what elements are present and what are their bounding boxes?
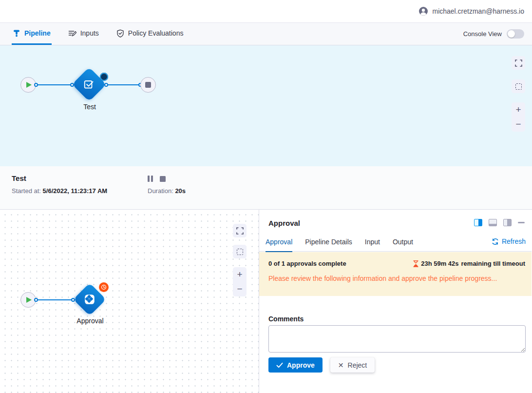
abort-button[interactable] <box>160 176 166 182</box>
duration-value: 20s <box>175 187 186 195</box>
pause-button[interactable] <box>148 176 153 182</box>
clock-icon <box>101 284 107 290</box>
test-running-badge <box>100 73 108 81</box>
execution-nav: Pipeline Inputs Policy Evaluations Conso… <box>0 23 532 45</box>
approve-button[interactable]: Approve <box>268 357 323 373</box>
edge-dot <box>34 83 38 87</box>
approvals-count-text: 0 of 1 approvals complete <box>268 260 346 267</box>
details-panel-title: Approval <box>268 219 300 227</box>
layout-bottom-split-button[interactable] <box>489 219 497 226</box>
zoom-in-button[interactable]: + <box>233 267 247 282</box>
edge-start-to-test <box>36 84 72 85</box>
stop-icon <box>145 82 151 88</box>
user-menu[interactable]: michael.cretzman@harness.io <box>418 6 524 16</box>
play-icon <box>26 297 32 303</box>
approval-banner: 0 of 1 approvals complete 23h 59m 42s re… <box>259 252 532 296</box>
test-stage-node[interactable] <box>72 67 107 102</box>
marquee-select-button[interactable] <box>233 245 247 258</box>
reject-button[interactable]: ✕ Reject <box>330 357 375 373</box>
fit-to-screen-button[interactable] <box>512 56 525 70</box>
minimize-panel-button[interactable] <box>518 222 525 223</box>
zoom-controls: + − <box>233 267 247 296</box>
user-avatar-icon <box>418 6 428 16</box>
step-details-panel: Approval Approval Pipeline Details Input… <box>259 210 532 393</box>
approval-message: Please review the following information … <box>268 275 525 282</box>
pipeline-end-node[interactable] <box>140 77 156 93</box>
zoom-out-button[interactable]: − <box>512 117 525 132</box>
fullscreen-icon <box>236 227 244 235</box>
toggle-knob <box>508 30 515 38</box>
tab-policy-evaluations[interactable]: Policy Evaluations <box>115 23 185 45</box>
tab-pipeline-details[interactable]: Pipeline Details <box>305 235 352 252</box>
console-view-toggle[interactable] <box>507 29 524 39</box>
reject-label: Reject <box>348 361 367 369</box>
inputs-icon <box>68 29 76 37</box>
pipeline-icon <box>13 29 20 37</box>
fit-to-screen-button[interactable] <box>233 224 247 237</box>
approve-label: Approve <box>287 361 315 369</box>
tab-policy-evaluations-label: Policy Evaluations <box>128 29 184 37</box>
tab-output[interactable]: Output <box>393 235 413 252</box>
comments-label: Comments <box>268 315 304 323</box>
approval-step-icon <box>83 293 96 306</box>
x-icon: ✕ <box>338 361 344 369</box>
layout-right-split-button[interactable] <box>474 219 482 226</box>
fullscreen-icon <box>515 59 522 67</box>
comments-input[interactable] <box>268 325 526 353</box>
refresh-icon <box>492 238 499 245</box>
duration-label: Duration: <box>148 187 173 195</box>
timeout-remaining-suffix: remaining till timeout <box>461 260 525 267</box>
refresh-button[interactable]: Refresh <box>492 235 526 245</box>
topbar: michael.cretzman@harness.io <box>0 0 532 23</box>
edge-test-to-end <box>106 84 140 85</box>
zoom-out-button[interactable]: − <box>233 282 247 296</box>
test-node-label: Test <box>83 103 96 111</box>
marquee-icon <box>515 83 522 90</box>
user-email: michael.cretzman@harness.io <box>432 7 524 15</box>
execution-status-bar: Test Started at: 5/6/2022, 11:23:17 AM D… <box>0 166 532 210</box>
tab-input[interactable]: Input <box>365 235 380 252</box>
refresh-label: Refresh <box>502 237 526 245</box>
check-icon <box>276 362 283 368</box>
started-at-value: 5/6/2022, 11:23:17 AM <box>43 187 108 195</box>
pipeline-graph-canvas[interactable]: Test + − <box>0 45 532 166</box>
zoom-in-button[interactable]: + <box>512 102 525 117</box>
console-view-label: Console View <box>463 30 502 38</box>
stage-title: Test <box>12 174 148 182</box>
tab-inputs-label: Inputs <box>80 29 99 37</box>
tab-pipeline[interactable]: Pipeline <box>12 23 52 45</box>
play-icon <box>26 82 32 88</box>
tab-pipeline-label: Pipeline <box>24 29 51 37</box>
edge-start-to-approval <box>36 299 73 300</box>
marquee-icon <box>237 249 243 255</box>
zoom-controls: + − <box>512 102 525 132</box>
approval-waiting-badge <box>99 282 109 292</box>
started-at-label: Started at: <box>12 187 41 195</box>
stage-graph-canvas[interactable]: Approval + − <box>0 210 259 393</box>
approval-node-label: Approval <box>76 317 103 325</box>
policy-shield-icon <box>116 29 124 38</box>
layout-right-panel-button[interactable] <box>503 219 512 226</box>
details-tabs: Approval Pipeline Details Input Output R… <box>259 235 532 252</box>
marquee-select-button[interactable] <box>512 79 525 93</box>
tab-approval[interactable]: Approval <box>266 235 292 252</box>
edge-dot <box>104 83 108 87</box>
edge-dot <box>34 298 38 302</box>
check-square-icon <box>83 78 95 91</box>
tab-inputs[interactable]: Inputs <box>67 23 100 45</box>
hourglass-icon <box>413 260 418 267</box>
timeout-remaining-value: 23h 59m 42s <box>421 260 458 267</box>
